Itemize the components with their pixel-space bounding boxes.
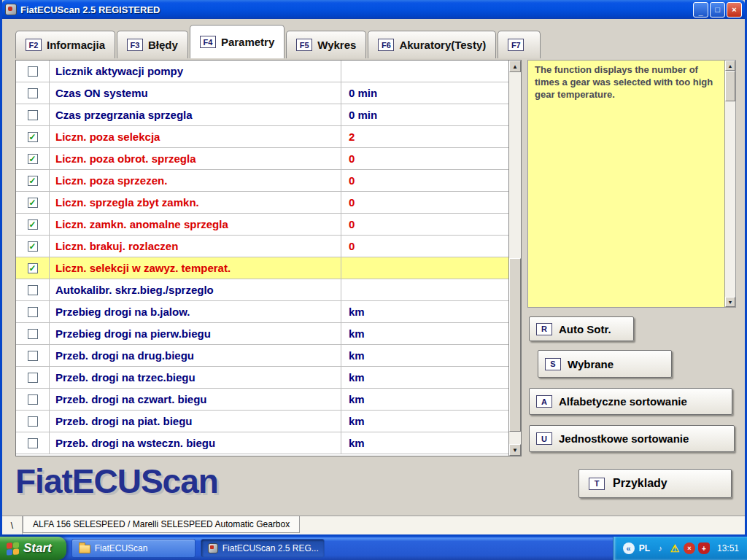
taskbar-item[interactable]: FiatECUScan 2.5 REG...	[201, 539, 325, 558]
table-row[interactable]: Przeb. drogi na piat. biegukm	[16, 411, 508, 432]
system-tray: « PL ♪⚠×+ 13:51	[613, 537, 747, 560]
tab-f6[interactable]: F6Akuratory(Testy)	[368, 31, 496, 58]
row-checkbox[interactable]	[28, 373, 38, 383]
param-name: Przeb. drogi na czwart. biegu	[50, 389, 341, 410]
language-indicator[interactable]: PL	[639, 543, 650, 553]
volume-icon[interactable]: ♪	[654, 542, 666, 554]
tab-bar: F2InformacjiaF3BłędyF4ParametryF5WykresF…	[2, 19, 745, 58]
table-row[interactable]: ✓Liczn. selekcji w zawyz. temperat.	[16, 257, 508, 279]
tray-collapse-icon[interactable]: «	[623, 542, 635, 554]
button-key-label: T	[589, 478, 605, 490]
table-row[interactable]: Przeb. drogi na trzec.biegukm	[16, 367, 508, 389]
shield-icon[interactable]: +	[698, 542, 710, 554]
table-row[interactable]: Czas przegrzania sprzegla0 min	[16, 104, 508, 126]
taskbar-items: FiatECUScanFiatECUScan 2.5 REG...	[66, 537, 325, 560]
table-row[interactable]: Czas ON systemu0 min	[16, 82, 508, 104]
examples-button[interactable]: T Przyklady	[578, 469, 732, 498]
table-row[interactable]: Licznik aktywacji pompy	[16, 61, 508, 82]
button-key-label: S	[545, 358, 561, 370]
param-value: km	[341, 301, 508, 322]
table-scrollbar[interactable]: ▲ ▼	[508, 61, 521, 456]
row-checkbox[interactable]	[28, 329, 38, 339]
unit-sort-button[interactable]: UJednostkowe sortowanie	[529, 425, 735, 452]
row-checkbox[interactable]	[28, 438, 38, 448]
app-icon	[208, 543, 218, 553]
row-checkbox[interactable]: ✓	[28, 263, 38, 273]
row-check-cell	[16, 345, 50, 366]
row-checkbox[interactable]	[28, 394, 38, 405]
table-row[interactable]: Przeb. drogi na czwart. biegukm	[16, 389, 508, 411]
row-checkbox[interactable]	[28, 88, 38, 98]
taskbar-item[interactable]: FiatECUScan	[71, 539, 196, 558]
tab-f7[interactable]: F7	[498, 31, 541, 58]
row-checkbox[interactable]: ✓	[28, 241, 38, 252]
maximize-icon: □	[715, 5, 720, 14]
status-bar: \ ALFA 156 SELESPEED / Marelli SELESPEED…	[2, 516, 745, 534]
table-row[interactable]: Przebieg drogi na pierw.biegukm	[16, 323, 508, 345]
param-name: Przebieg drogi na pierw.biegu	[50, 323, 341, 344]
param-value	[341, 279, 508, 300]
row-checkbox[interactable]	[28, 110, 38, 120]
table-row[interactable]: ✓Liczn. poza obrot. sprzegla0	[16, 148, 508, 170]
table-row[interactable]: ✓Liczn. brakuj. rozlaczen0	[16, 236, 508, 257]
taskbar: Start FiatECUScanFiatECUScan 2.5 REG... …	[0, 537, 747, 560]
row-checkbox[interactable]	[28, 351, 38, 361]
table-row[interactable]: Autokalibr. skrz.bieg./sprzeglo	[16, 279, 508, 301]
table-row[interactable]: Przeb. drogi na wsteczn. biegukm	[16, 432, 508, 454]
table-row[interactable]: ✓Liczn. poza sprzezen.0	[16, 170, 508, 192]
param-name: Przeb. drogi na wsteczn. biegu	[50, 432, 341, 454]
maximize-button[interactable]: □	[710, 2, 725, 18]
info-scroll-thumb[interactable]	[725, 71, 735, 101]
param-value: 0 min	[341, 82, 508, 104]
row-checkbox[interactable]: ✓	[28, 198, 38, 208]
error-icon[interactable]: ×	[684, 542, 695, 554]
info-scroll-down-icon[interactable]: ▼	[725, 297, 735, 307]
row-checkbox[interactable]: ✓	[28, 132, 38, 142]
vehicle-tab[interactable]: ALFA 156 SELESPEED / Marelli SELESPEED A…	[23, 516, 300, 533]
tab-f2[interactable]: F2Informacjia	[15, 31, 115, 58]
scroll-thumb[interactable]	[509, 258, 521, 432]
row-checkbox[interactable]: ✓	[28, 176, 38, 186]
param-name: Liczn. poza sprzezen.	[50, 170, 341, 191]
param-value: km	[341, 411, 508, 432]
tab-f3[interactable]: F3Błędy	[117, 31, 188, 58]
windows-logo-icon	[7, 542, 19, 555]
param-name: Liczn. sprzegla zbyt zamkn.	[50, 192, 341, 213]
button-key-label: U	[536, 432, 552, 445]
param-name: Autokalibr. skrz.bieg./sprzeglo	[50, 279, 341, 300]
scroll-down-icon[interactable]: ▼	[509, 444, 521, 456]
table-row[interactable]: ✓Liczn. sprzegla zbyt zamkn.0	[16, 192, 508, 214]
start-label: Start	[23, 541, 52, 556]
table-row[interactable]: Przebieg drogi na b.jalow.km	[16, 301, 508, 323]
table-row[interactable]: ✓Liczn. poza selekcja2	[16, 126, 508, 148]
param-name: Liczn. poza obrot. sprzegla	[50, 148, 341, 169]
warning-icon[interactable]: ⚠	[669, 542, 681, 554]
row-checkbox[interactable]	[28, 307, 38, 317]
param-value: 0	[341, 192, 508, 213]
info-scrollbar[interactable]: ▲ ▼	[725, 60, 736, 308]
row-checkbox[interactable]: ✓	[28, 154, 38, 164]
table-row[interactable]: ✓Liczn. zamkn. anomalne sprzegla0	[16, 214, 508, 236]
selected-button[interactable]: SWybrane	[538, 350, 672, 378]
tab-label: Parametry	[221, 36, 274, 48]
row-checkbox[interactable]	[28, 416, 38, 427]
alphabetical-sort-button[interactable]: AAlfabetyczne sortowanie	[529, 388, 732, 415]
button-label: Przyklady	[613, 477, 667, 490]
button-label: Alfabetyczne sortowanie	[559, 395, 687, 408]
close-button[interactable]: ×	[727, 2, 742, 18]
tab-f5[interactable]: F5Wykres	[286, 31, 366, 58]
auto-sort-button[interactable]: RAuto Sotr.	[529, 316, 634, 341]
scroll-up-icon[interactable]: ▲	[509, 61, 521, 72]
param-value: 0 min	[341, 104, 508, 125]
minimize-button[interactable]: _	[693, 2, 708, 18]
row-checkbox[interactable]	[28, 66, 38, 77]
table-row[interactable]: Przeb. drogi na drug.biegukm	[16, 345, 508, 367]
info-scroll-up-icon[interactable]: ▲	[725, 61, 735, 71]
param-name: Przeb. drogi na drug.biegu	[50, 345, 341, 366]
tab-f4[interactable]: F4Parametry	[190, 25, 285, 58]
row-check-cell: ✓	[16, 257, 50, 279]
row-checkbox[interactable]: ✓	[28, 219, 38, 230]
start-button[interactable]: Start	[0, 537, 66, 560]
row-check-cell	[16, 432, 50, 454]
row-checkbox[interactable]	[28, 285, 38, 295]
